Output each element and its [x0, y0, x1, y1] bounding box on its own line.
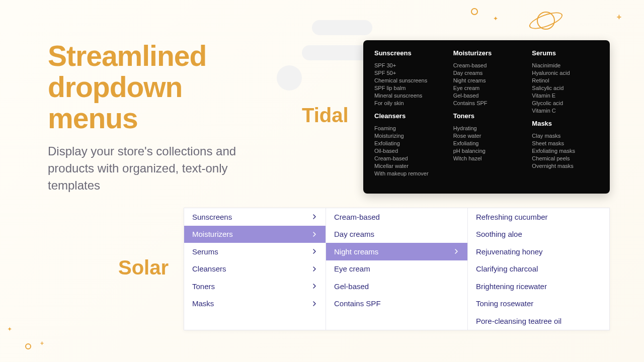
tidal-menu-item[interactable]: Vitamin E: [532, 92, 599, 100]
tidal-menu-item[interactable]: Mineral sunscreens: [374, 92, 441, 100]
solar-item-label: Night creams: [334, 247, 378, 256]
solar-column-2: Cream-basedDay creamsNight creamsEye cre…: [326, 208, 468, 330]
tidal-column: SerumsNiacinimideHyaluronic acidRetinolS…: [532, 47, 599, 183]
solar-item-label: Brightening ricewater: [476, 282, 547, 291]
solar-item-label: Rejuvenating honey: [476, 247, 543, 256]
solar-item-label: Masks: [192, 299, 214, 308]
solar-item-label: Moisturizers: [192, 230, 233, 238]
tidal-menu-item[interactable]: Eye cream: [453, 84, 520, 92]
chevron-right-icon: [311, 283, 317, 289]
chevron-right-icon: [311, 248, 317, 254]
tidal-group-header[interactable]: Serums: [532, 49, 599, 57]
tidal-column: SunscreensSPF 30+SPF 50+Chemical sunscre…: [374, 47, 441, 183]
solar-cascading-menu: SunscreensMoisturizersSerumsCleansersTon…: [184, 208, 610, 330]
tidal-menu-item[interactable]: Exfoliating: [374, 140, 441, 147]
tidal-menu-item[interactable]: Hyaluronic acid: [532, 69, 599, 77]
tidal-menu-item[interactable]: Niacinimide: [532, 62, 599, 69]
deco-ring: [25, 343, 31, 349]
solar-menu-item[interactable]: Refreshing cucumber: [468, 208, 609, 226]
solar-menu-item[interactable]: Serums: [184, 243, 326, 260]
solar-menu-item[interactable]: Cleansers: [184, 260, 326, 278]
tidal-menu-item[interactable]: With makeup remover: [374, 170, 441, 177]
solar-item-label: Toning rosewater: [476, 299, 533, 308]
solar-menu-item[interactable]: Masks: [184, 295, 326, 313]
plus-icon: +: [40, 340, 44, 347]
planet-icon: [528, 10, 564, 31]
solar-menu-item[interactable]: Toning rosewater: [468, 295, 609, 313]
tidal-menu-item[interactable]: Chemical sunscreens: [374, 77, 441, 84]
tidal-menu-item[interactable]: Micellar water: [374, 162, 441, 170]
solar-menu-item[interactable]: Contains SPF: [326, 295, 467, 313]
solar-menu-item[interactable]: Day creams: [326, 226, 467, 243]
tidal-group: CleansersFoamingMoisturizingExfoliatingO…: [374, 112, 441, 177]
solar-menu-item[interactable]: Pore-cleansing teatree oil: [468, 312, 609, 330]
plus-icon: +: [617, 13, 621, 22]
tidal-menu-item[interactable]: Overnight masks: [532, 162, 599, 170]
tidal-group-header[interactable]: Cleansers: [374, 112, 441, 120]
tidal-menu-item[interactable]: Glycolic acid: [532, 100, 599, 107]
solar-item-label: Serums: [192, 247, 218, 256]
tidal-menu-item[interactable]: Witch hazel: [453, 155, 520, 162]
solar-column-3: Refreshing cucumberSoothing aloeRejuvena…: [468, 208, 609, 330]
chevron-right-icon: [453, 248, 459, 254]
title-word: menus: [48, 102, 138, 134]
page-title: Streamlined dropdown menus: [48, 40, 279, 134]
title-word: Streamlined: [48, 40, 206, 72]
tidal-group: MoisturizersCream-basedDay creamsNight c…: [453, 49, 520, 107]
solar-menu-item[interactable]: Moisturizers: [184, 226, 326, 243]
solar-menu-item[interactable]: Gel-based: [326, 278, 467, 295]
tidal-menu-item[interactable]: Vitamin C: [532, 107, 599, 115]
tidal-menu-item[interactable]: Retinol: [532, 77, 599, 84]
tidal-menu-item[interactable]: Exfoliating: [453, 140, 520, 147]
solar-menu-item[interactable]: Night creams: [326, 243, 467, 260]
deco-ring: [471, 8, 478, 15]
tidal-menu-item[interactable]: SPF lip balm: [374, 84, 441, 92]
deco-pill: [312, 20, 372, 35]
chevron-right-icon: [311, 231, 317, 237]
tidal-group-header[interactable]: Sunscreens: [374, 49, 441, 57]
tidal-column: MoisturizersCream-basedDay creamsNight c…: [453, 47, 520, 183]
solar-item-label: Refreshing cucumber: [476, 213, 548, 221]
tidal-menu-item[interactable]: pH balancing: [453, 147, 520, 155]
tidal-megamenu: SunscreensSPF 30+SPF 50+Chemical sunscre…: [363, 40, 610, 194]
tidal-group-header[interactable]: Moisturizers: [453, 49, 520, 57]
tidal-group: SerumsNiacinimideHyaluronic acidRetinolS…: [532, 49, 599, 115]
tidal-menu-item[interactable]: Oil-based: [374, 147, 441, 155]
headline-block: Streamlined dropdown menus Display your …: [48, 40, 279, 194]
solar-menu-item[interactable]: Eye cream: [326, 260, 467, 278]
solar-menu-item[interactable]: Cream-based: [326, 208, 467, 226]
deco-circle: [277, 65, 302, 90]
tidal-menu-item[interactable]: Gel-based: [453, 92, 520, 100]
tidal-menu-item[interactable]: Foaming: [374, 125, 441, 132]
star-icon: ✦: [493, 15, 498, 22]
solar-menu-item[interactable]: Brightening ricewater: [468, 278, 609, 295]
tidal-menu-item[interactable]: Day creams: [453, 69, 520, 77]
plus-icon: ✦: [8, 326, 12, 332]
solar-item-label: Soothing aloe: [476, 230, 522, 238]
tidal-menu-item[interactable]: Sheet masks: [532, 140, 599, 147]
tidal-menu-item[interactable]: Cream-based: [374, 155, 441, 162]
solar-menu-item[interactable]: Clarifying charcoal: [468, 260, 609, 278]
solar-item-label: Sunscreens: [192, 213, 232, 221]
tidal-group-header[interactable]: Toners: [453, 112, 520, 120]
solar-item-label: Pore-cleansing teatree oil: [476, 317, 561, 325]
tidal-menu-item[interactable]: Clay masks: [532, 132, 599, 140]
solar-menu-item[interactable]: Toners: [184, 278, 326, 295]
tidal-menu-item[interactable]: Night creams: [453, 77, 520, 84]
tidal-menu-item[interactable]: For oily skin: [374, 100, 441, 107]
solar-menu-item[interactable]: Rejuvenating honey: [468, 243, 609, 260]
solar-menu-item[interactable]: Sunscreens: [184, 208, 326, 226]
tidal-menu-item[interactable]: Rose water: [453, 132, 520, 140]
tidal-menu-item[interactable]: SPF 30+: [374, 62, 441, 69]
tidal-menu-item[interactable]: SPF 50+: [374, 69, 441, 77]
tidal-menu-item[interactable]: Contains SPF: [453, 100, 520, 107]
tidal-menu-item[interactable]: Exfoliating masks: [532, 147, 599, 155]
solar-item-label: Cream-based: [334, 213, 380, 221]
tidal-menu-item[interactable]: Moisturizing: [374, 132, 441, 140]
solar-menu-item[interactable]: Soothing aloe: [468, 226, 609, 243]
tidal-menu-item[interactable]: Hydrating: [453, 125, 520, 132]
tidal-menu-item[interactable]: Cream-based: [453, 62, 520, 69]
tidal-menu-item[interactable]: Salicylic acid: [532, 84, 599, 92]
tidal-group-header[interactable]: Masks: [532, 120, 599, 127]
tidal-menu-item[interactable]: Chemical peels: [532, 155, 599, 162]
